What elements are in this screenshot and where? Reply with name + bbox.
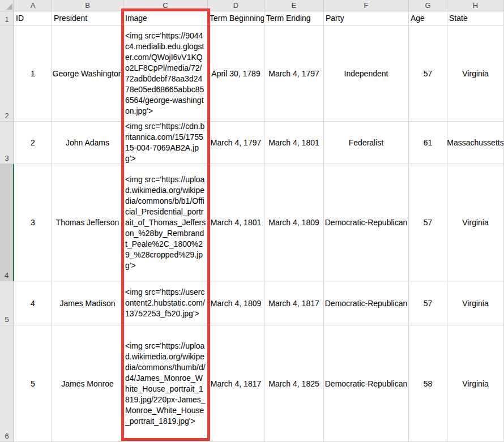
select-all-corner[interactable]	[0, 0, 14, 11]
row-header-3[interactable]: 3	[0, 122, 14, 164]
column-header-h[interactable]: H	[447, 0, 504, 11]
cell-party-3[interactable]: Federalist	[324, 122, 409, 164]
row-header-4-selected[interactable]: 4	[0, 164, 14, 281]
cell-term-ending-4[interactable]: March 4, 1809	[264, 164, 324, 281]
cell-state-2[interactable]: Virginia	[447, 25, 504, 122]
cell-image-2[interactable]: <img src='https://9044c4.medialib.edu.gl…	[123, 25, 208, 122]
cell-term-ending-2[interactable]: March 4, 1797	[264, 25, 324, 122]
cell-party-5[interactable]: Democratic-Republican	[324, 281, 409, 325]
cell-age-6[interactable]: 58	[409, 325, 447, 442]
cell-party-4[interactable]: Democratic-Republican	[324, 164, 409, 281]
cell-president-6[interactable]: James Monroe	[52, 325, 123, 442]
column-header-g[interactable]: G	[409, 0, 447, 11]
cell-image-4[interactable]: <img src='https://upload.wikimedia.org/w…	[123, 164, 208, 281]
cell-image-5[interactable]: <img src='https://usercontent2.hubstatic…	[123, 281, 208, 325]
cell-president-4[interactable]: Thomas Jefferson	[52, 164, 123, 281]
cell-term-beginning-6[interactable]: March 4, 1817	[208, 325, 264, 442]
row-header-6[interactable]: 6	[0, 325, 14, 442]
cell-header-id[interactable]: ID	[14, 11, 52, 25]
sheet-row-4: 4 3 Thomas Jefferson <img src='https://u…	[0, 164, 504, 281]
cell-id-4[interactable]: 3	[14, 164, 52, 281]
cell-president-5[interactable]: James Madison	[52, 281, 123, 325]
cell-age-5[interactable]: 57	[409, 281, 447, 325]
cell-id-6[interactable]: 5	[14, 325, 52, 442]
sheet-row-5: 5 4 James Madison <img src='https://user…	[0, 281, 504, 325]
select-all-triangle-icon	[6, 3, 12, 10]
column-header-e[interactable]: E	[264, 0, 324, 11]
cell-state-4[interactable]: Virginia	[447, 164, 504, 281]
cell-term-ending-6[interactable]: March 4, 1825	[264, 325, 324, 442]
cell-state-3[interactable]: Massachussetts	[447, 122, 504, 164]
column-header-a[interactable]: A	[14, 0, 52, 11]
cell-header-age[interactable]: Age	[409, 11, 447, 25]
cell-president-3[interactable]: John Adams	[52, 122, 123, 164]
cell-header-term-beginning[interactable]: Term Beginning	[208, 11, 264, 25]
sheet-row-3: 3 2 John Adams <img src='https://cdn.bri…	[0, 122, 504, 164]
cell-term-ending-3[interactable]: March 4, 1801	[264, 122, 324, 164]
cell-id-3[interactable]: 2	[14, 122, 52, 164]
column-header-c[interactable]: C	[123, 0, 208, 11]
cell-age-3[interactable]: 61	[409, 122, 447, 164]
row-header-2[interactable]: 2	[0, 25, 14, 122]
cell-term-ending-5[interactable]: March 4, 1817	[264, 281, 324, 325]
cell-party-6[interactable]: Democratic-Republican	[324, 325, 409, 442]
cell-header-term-ending[interactable]: Term Ending	[264, 11, 324, 25]
cell-term-beginning-2[interactable]: April 30, 1789	[208, 25, 264, 122]
sheet-row-2: 2 1 George Washington <img src='https://…	[0, 25, 504, 122]
cell-image-3[interactable]: <img src='https://cdn.britannica.com/15/…	[123, 122, 208, 164]
sheet-row-6: 6 5 James Monroe <img src='https://uploa…	[0, 325, 504, 442]
cell-term-beginning-4[interactable]: March 4, 1801	[208, 164, 264, 281]
column-header-b[interactable]: B	[52, 0, 123, 11]
cell-id-5[interactable]: 4	[14, 281, 52, 325]
row-header-5[interactable]: 5	[0, 281, 14, 325]
cell-age-4[interactable]: 57	[409, 164, 447, 281]
cell-header-party[interactable]: Party	[324, 11, 409, 25]
cell-header-image[interactable]: Image	[123, 11, 208, 25]
cell-header-president[interactable]: President	[52, 11, 123, 25]
cell-header-state[interactable]: State	[447, 11, 504, 25]
cell-state-6[interactable]: Virginia	[447, 325, 504, 442]
cell-term-beginning-5[interactable]: March 4, 1809	[208, 281, 264, 325]
column-header-row: A B C D E F G H	[0, 0, 504, 11]
column-header-d[interactable]: D	[208, 0, 264, 11]
cell-president-2[interactable]: George Washington	[52, 25, 123, 122]
cell-party-2[interactable]: Independent	[324, 25, 409, 122]
cell-id-2[interactable]: 1	[14, 25, 52, 122]
column-header-f[interactable]: F	[324, 0, 409, 11]
cell-image-6[interactable]: <img src='https://upload.wikimedia.org/w…	[123, 325, 208, 442]
cell-age-2[interactable]: 57	[409, 25, 447, 122]
cell-state-5[interactable]: Virginia	[447, 281, 504, 325]
row-header-1[interactable]: 1	[0, 11, 14, 25]
cell-term-beginning-3[interactable]: March 4, 1797	[208, 122, 264, 164]
spreadsheet: A B C D E F G H 1 ID President Image Ter…	[0, 0, 504, 442]
sheet-row-1: 1 ID President Image Term Beginning Term…	[0, 11, 504, 25]
